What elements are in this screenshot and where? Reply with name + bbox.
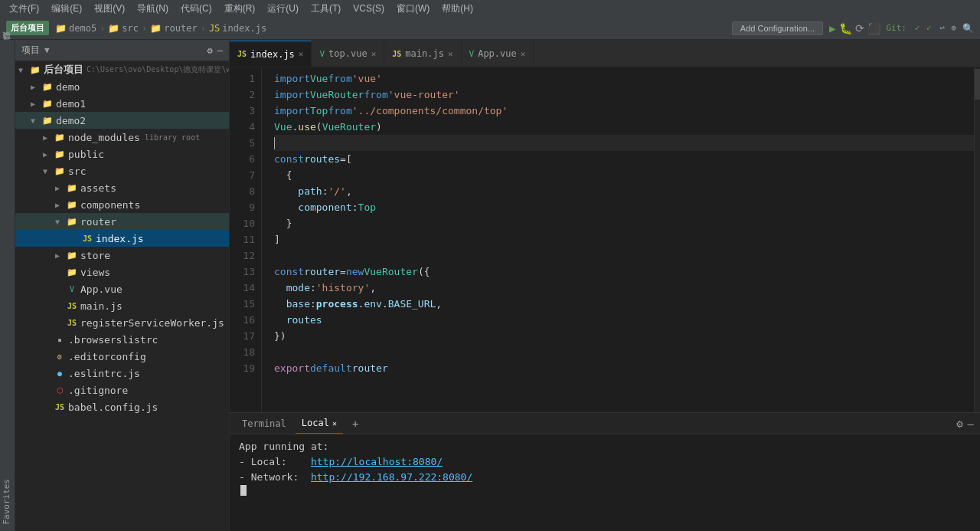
network-url-link[interactable]: http://192.168.97.222:8080/ (311, 471, 472, 483)
tree-router[interactable]: ▼ 📁 router (15, 213, 229, 230)
local-url-link[interactable]: http://localhost:8080/ (311, 456, 443, 467)
tab-close-icon[interactable]: ✕ (521, 49, 526, 59)
minimize-terminal-icon[interactable]: — (968, 418, 974, 430)
tree-main-js[interactable]: ▶ JS main.js (15, 297, 229, 314)
tab-index-js[interactable]: JS index.js ✕ (230, 41, 312, 67)
terminal-tab[interactable]: Terminal (236, 414, 292, 434)
run-icon[interactable]: ▶ (829, 22, 835, 34)
tree-demo2[interactable]: ▼ 📁 demo2 (15, 112, 229, 129)
settings-icon[interactable]: ⚙ (956, 418, 962, 430)
code-line-3: import Top from '../components/common/to… (274, 103, 974, 119)
debug-icon[interactable]: 🐛 (839, 22, 852, 34)
tab-top-vue[interactable]: V top.vue ✕ (312, 41, 384, 67)
code-line-9: component: Top (274, 199, 974, 215)
folder-icon: 📁 (54, 149, 66, 159)
breadcrumb-router[interactable]: router (164, 23, 197, 34)
terminal-label: Terminal (242, 418, 286, 429)
tree-demo1[interactable]: ▶ 📁 demo1 (15, 95, 229, 112)
eslintrc-label: .eslintrc.js (68, 368, 140, 379)
tree-store[interactable]: ▶ 📁 store (15, 247, 229, 264)
node-modules-label: node_modules (68, 132, 140, 143)
reload-icon[interactable]: ⟳ (855, 22, 864, 34)
arrow-icon: ▶ (31, 100, 41, 108)
local-tab[interactable]: Local ✕ (296, 414, 343, 434)
plus-icon: + (352, 418, 358, 430)
menu-view[interactable]: 视图(V) (88, 2, 131, 15)
favorites-edge-label[interactable]: Favorites (0, 473, 15, 531)
arrow-icon: ▼ (31, 116, 41, 125)
tree-babel-config[interactable]: ▶ JS babel.config.js (15, 398, 229, 415)
root-label: 后台项目 (44, 63, 83, 77)
breadcrumb-demo5[interactable]: demo5 (69, 23, 96, 34)
js-file-icon: JS (54, 403, 66, 411)
code-editor[interactable]: 12345 678910 1112131415 16171819 import … (230, 67, 980, 412)
arrow-icon: ▼ (55, 218, 66, 226)
menu-help[interactable]: 帮助(H) (436, 2, 479, 15)
local-tab-close[interactable]: ✕ (332, 419, 337, 428)
code-line-17: }) (274, 328, 974, 344)
explorer-panel: 项目 ▼ ⚙ — ▼ 📁 后台项目 C:\Users\ovo\Desktop\德… (15, 40, 230, 531)
file-icon-js: JS (209, 23, 220, 34)
tree-editorconfig[interactable]: ▶ ⚙ .editorconfig (15, 348, 229, 365)
eslint-file-icon: ● (54, 369, 66, 378)
menu-refactor[interactable]: 重构(R) (218, 2, 262, 15)
tree-components[interactable]: ▶ 📁 components (15, 196, 229, 213)
settings-icon[interactable]: ⚙ (207, 45, 213, 56)
menu-code[interactable]: 代码(C) (175, 2, 218, 15)
local-url-line: - Local: http://localhost:8080/ (239, 454, 971, 470)
stop-icon[interactable]: ⬛ (867, 22, 880, 34)
tree-root[interactable]: ▼ 📁 后台项目 C:\Users\ovo\Desktop\德克特课堂\webp… (15, 61, 229, 78)
code-content[interactable]: import Vue from 'vue' import VueRouter f… (262, 67, 974, 412)
menu-run[interactable]: 运行(U) (261, 2, 305, 15)
menu-file[interactable]: 文件(F) (3, 2, 45, 15)
tree-views[interactable]: ▶ 📁 views (15, 264, 229, 280)
code-line-13: const router = new VueRouter({ (274, 264, 974, 280)
add-terminal-tab[interactable]: + (346, 414, 364, 434)
app-vue-label: App.vue (80, 284, 122, 295)
minimize-icon[interactable]: — (217, 45, 223, 56)
folder-icon: 📁 (66, 200, 78, 210)
folder-icon: 📁 (55, 23, 67, 34)
root-path: C:\Users\ovo\Desktop\德克特课堂\webpa... (87, 64, 229, 75)
arrow-icon: ▶ (43, 133, 54, 142)
breadcrumb-src[interactable]: src (122, 23, 139, 34)
code-line-18 (274, 344, 974, 360)
editor-area: JS index.js ✕ V top.vue ✕ JS main.js ✕ V… (230, 40, 980, 531)
tree-register-sw[interactable]: ▶ JS registerServiceWorker.js (15, 314, 229, 331)
tree-src[interactable]: ▼ 📁 src (15, 162, 229, 179)
babel-config-label: babel.config.js (68, 402, 158, 413)
public-label: public (68, 149, 104, 160)
tree-index-js[interactable]: ▶ JS index.js (15, 230, 229, 247)
tabs-bar: JS index.js ✕ V top.vue ✕ JS main.js ✕ V… (230, 40, 980, 67)
tree-demo[interactable]: ▶ 📁 demo (15, 78, 229, 95)
breadcrumb-file[interactable]: index.js (222, 23, 266, 34)
views-label: views (80, 267, 110, 278)
tree-gitignore[interactable]: ▶ ⬡ .gitignore (15, 382, 229, 398)
router-label: router (80, 216, 116, 228)
tree-app-vue[interactable]: ▶ V App.vue (15, 280, 229, 297)
search-icon[interactable]: 🔍 (962, 23, 974, 34)
tab-js-icon: JS (392, 50, 401, 58)
menu-vcs[interactable]: VCS(S) (347, 3, 390, 14)
tree-eslintrc[interactable]: ▶ ● .eslintrc.js (15, 365, 229, 382)
menu-nav[interactable]: 导航(N) (131, 2, 175, 15)
project-edge-label[interactable]: 项目 (0, 40, 15, 52)
demo2-label: demo2 (56, 115, 86, 126)
tab-app-vue[interactable]: V App.vue ✕ (462, 41, 534, 67)
explorer-dropdown[interactable]: ▼ (44, 45, 50, 55)
add-config-button[interactable]: Add Configuration... (732, 21, 823, 35)
library-root-badge: library root (145, 133, 200, 142)
tab-close-icon[interactable]: ✕ (299, 49, 304, 59)
tree-assets[interactable]: ▶ 📁 assets (15, 179, 229, 196)
menu-window[interactable]: 窗口(W) (390, 2, 436, 15)
tree-browserslistrc[interactable]: ▶ ▪ .browserslistrc (15, 331, 229, 348)
tree-public[interactable]: ▶ 📁 public (15, 146, 229, 162)
tab-main-js[interactable]: JS main.js ✕ (384, 41, 461, 67)
menu-tools[interactable]: 工具(T) (305, 2, 347, 15)
tab-close-icon[interactable]: ✕ (371, 49, 377, 59)
tree-node-modules[interactable]: ▶ 📁 node_modules library root (15, 129, 229, 146)
tab-index-js-label: index.js (250, 49, 295, 60)
code-line-19: export default router (274, 360, 974, 376)
tab-close-icon[interactable]: ✕ (448, 49, 453, 59)
menu-edit[interactable]: 编辑(E) (45, 2, 88, 15)
